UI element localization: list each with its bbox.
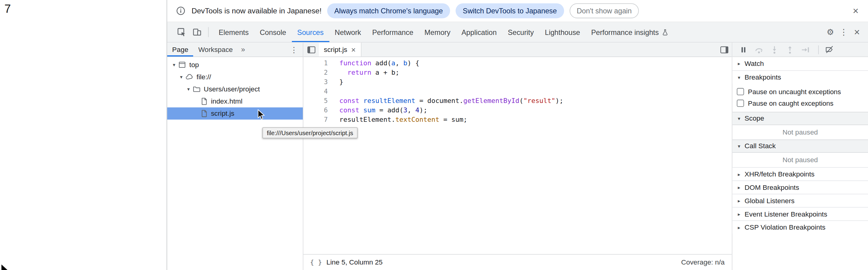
navigator-pane: Page Workspace » ⋮ ▾top▾file://▾Users/us…	[167, 42, 303, 270]
tab-lighthouse[interactable]: Lighthouse	[539, 22, 586, 42]
code-line-2: 2 return a + b;	[303, 68, 732, 78]
section-dom-breakpoints[interactable]: ▸DOM Breakpoints	[732, 180, 868, 194]
tree-item-file[interactable]: ▾file://	[167, 71, 303, 83]
code-text[interactable]: resultElement.textContent = sum;	[339, 115, 467, 124]
code-text[interactable]: }	[339, 78, 343, 87]
section-global-listeners[interactable]: ▸Global Listeners	[732, 194, 868, 207]
section-watch[interactable]: ▸Watch	[732, 57, 868, 70]
frame-icon	[178, 60, 186, 69]
section-scope[interactable]: ▾Scope	[732, 112, 868, 125]
navigator-tabbar: Page Workspace » ⋮	[167, 42, 303, 57]
coverage-status: Coverage: n/a	[681, 259, 725, 266]
line-number[interactable]: 5	[303, 96, 328, 106]
tree-item-top[interactable]: ▾top	[167, 59, 303, 71]
navigator-tab-label: Page	[172, 46, 188, 54]
pause-icon[interactable]	[736, 42, 751, 57]
line-number[interactable]: 2	[303, 68, 328, 78]
tree-item-script-js[interactable]: script.js	[167, 108, 303, 120]
tree-item-users-user-project[interactable]: ▾Users/user/project	[167, 83, 303, 95]
section-xhr-fetch-breakpoints[interactable]: ▸XHR/fetch Breakpoints	[732, 167, 868, 180]
tab-label: Network	[335, 28, 361, 36]
expand-arrow-icon: ▸	[736, 198, 742, 204]
section-event-listener-breakpoints[interactable]: ▸Event Listener Breakpoints	[732, 207, 868, 220]
tab-memory[interactable]: Memory	[419, 22, 456, 42]
tab-sources[interactable]: Sources	[291, 22, 329, 42]
file-icon	[199, 109, 208, 118]
tab-network[interactable]: Network	[329, 22, 367, 42]
toolbar-separator	[818, 45, 819, 54]
infobar-close-icon[interactable]: ×	[850, 6, 861, 16]
tab-label: Console	[260, 28, 286, 36]
toolbar-right-icons: ⚙⋮×	[824, 26, 868, 39]
expand-arrow-icon[interactable]: ▾	[185, 86, 192, 92]
code-line-4: 4	[303, 87, 732, 96]
tab-elements[interactable]: Elements	[213, 22, 254, 42]
collapse-arrow-icon: ▾	[736, 143, 742, 149]
inspect-element-icon[interactable]	[176, 26, 187, 37]
tab-application[interactable]: Application	[456, 22, 502, 42]
pause-on-uncaught-exceptions-row[interactable]: Pause on uncaught exceptions	[732, 86, 868, 97]
tab-close-icon[interactable]: ×	[351, 46, 355, 54]
collapse-arrow-icon: ▾	[736, 74, 742, 80]
device-toolbar-icon[interactable]	[192, 26, 203, 37]
navigator-tab-page[interactable]: Page	[167, 42, 193, 57]
infobar-message: DevTools is now available in Japanese!	[192, 7, 322, 15]
code-text[interactable]: return a + b;	[339, 68, 399, 78]
expand-arrow-icon[interactable]: ▾	[170, 62, 178, 67]
toggle-debugger-panel-icon[interactable]	[716, 42, 732, 57]
section-label: Scope	[745, 115, 765, 122]
line-number[interactable]: 4	[303, 87, 328, 96]
pause-on-caught-exceptions-row[interactable]: Pause on caught exceptions	[732, 97, 868, 109]
editor-tabstrip: script.js ×	[303, 42, 732, 57]
tab-performance[interactable]: Performance	[367, 22, 419, 42]
code-line-7: 7resultElement.textContent = sum;	[303, 115, 732, 124]
pause-on-caught-exceptions-checkbox[interactable]	[737, 100, 744, 107]
expand-arrow-icon[interactable]: ▾	[178, 74, 185, 80]
section-label: Event Listener Breakpoints	[745, 210, 827, 218]
line-number[interactable]: 3	[303, 78, 328, 87]
switch-devtools-to-japanese-button[interactable]: Switch DevTools to Japanese	[456, 3, 564, 18]
tab-console[interactable]: Console	[254, 22, 291, 42]
code-line-3: 3}	[303, 78, 732, 87]
expand-arrow-icon: ▸	[736, 211, 742, 216]
section-label: CSP Violation Breakpoints	[745, 223, 826, 231]
more-options-icon[interactable]: ⋮	[837, 26, 850, 39]
editor-tab-script-js[interactable]: script.js ×	[319, 42, 362, 57]
code-text[interactable]: const sum = add(3, 4);	[339, 106, 427, 115]
tree-item-index-html[interactable]: index.html	[167, 95, 303, 108]
braces-icon[interactable]: { }	[310, 259, 322, 266]
tab-security[interactable]: Security	[502, 22, 539, 42]
tab-performance-insights[interactable]: Performance insights	[586, 22, 674, 42]
tab-label: Performance insights	[591, 28, 659, 36]
pause-on-uncaught-exceptions-checkbox[interactable]	[737, 88, 744, 95]
devtools-close-icon[interactable]: ×	[850, 26, 864, 39]
scope-placeholder: Not paused	[732, 125, 868, 140]
expand-arrow-icon: ▸	[736, 171, 742, 177]
section-breakpoints[interactable]: ▾Breakpoints	[732, 70, 868, 84]
file-path-tooltip: file:///Users/user/project/script.js	[262, 127, 358, 138]
dont-show-again-button[interactable]: Don't show again	[569, 3, 639, 18]
expand-arrow-icon: ▸	[736, 61, 742, 66]
tab-label: Elements	[219, 28, 249, 36]
always-match-chrome-language-button[interactable]: Always match Chrome's language	[327, 3, 450, 18]
line-number[interactable]: 7	[303, 115, 328, 124]
section-csp-violation-breakpoints[interactable]: ▸CSP Violation Breakpoints	[732, 220, 868, 234]
code-text[interactable]: const resultElement = document.getElemen…	[339, 96, 563, 106]
toggle-navigator-panel-icon[interactable]	[303, 42, 319, 57]
editor-pane: script.js × 1function add(a, b) {2 retur…	[303, 42, 732, 270]
code-text[interactable]: function add(a, b) {	[339, 59, 419, 68]
section-label: XHR/fetch Breakpoints	[745, 170, 814, 178]
settings-gear-icon[interactable]: ⚙	[824, 26, 837, 39]
step-into-icon	[767, 42, 782, 57]
deactivate-breakpoints-icon[interactable]	[822, 42, 837, 57]
navigator-more-options-icon[interactable]: ⋮	[285, 45, 303, 54]
more-tabs-icon[interactable]: »	[238, 45, 248, 54]
section-call-stack[interactable]: ▾Call Stack	[732, 140, 868, 153]
file-tree: ▾top▾file://▾Users/user/projectindex.htm…	[167, 57, 303, 120]
line-number[interactable]: 1	[303, 59, 328, 68]
code-editor[interactable]: 1function add(a, b) {2 return a + b;3}45…	[303, 57, 732, 254]
line-number[interactable]: 6	[303, 106, 328, 115]
step-icon	[798, 42, 813, 57]
navigator-tab-workspace[interactable]: Workspace	[193, 42, 238, 57]
navigator-tab-label: Workspace	[198, 46, 233, 54]
